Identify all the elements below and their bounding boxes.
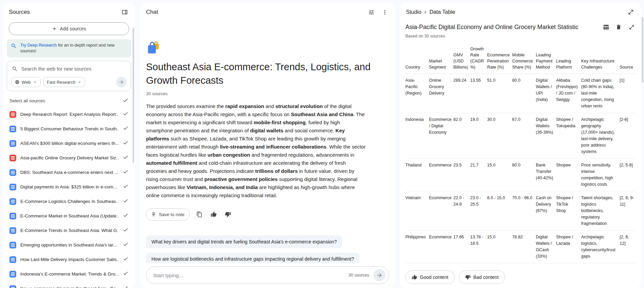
source-list-item[interactable]: Asia-pacific Online Grocery Delivery Mar… bbox=[3, 151, 135, 165]
table-cell: Ecommerce bbox=[429, 191, 453, 231]
source-list-item[interactable]: Key e-commerce drivers in Southeast Asia… bbox=[3, 281, 135, 288]
source-list-item[interactable]: Emerging opportunities in Southeast Asia… bbox=[3, 238, 135, 252]
source-checkbox[interactable] bbox=[123, 154, 128, 161]
chat-settings-icon[interactable] bbox=[367, 8, 376, 17]
thumbs-down-icon[interactable] bbox=[223, 210, 232, 219]
table-cell: [2-6] bbox=[620, 113, 636, 159]
source-list-item[interactable]: Indonesia's E-commerce Market: Trends & … bbox=[3, 267, 135, 281]
table-cell: Shopee / Tokopedia bbox=[556, 113, 581, 159]
column-header: Mobile Commerce Share (%) bbox=[512, 46, 536, 74]
chat-send-button[interactable] bbox=[373, 269, 385, 281]
table-cell: [2, 6, 9-11] bbox=[620, 191, 636, 231]
save-to-note-button[interactable]: Save to note bbox=[146, 208, 190, 220]
table-cell: 51.0 bbox=[487, 74, 512, 113]
table-cell: 80.0 bbox=[512, 159, 536, 191]
collapse-panel-icon[interactable] bbox=[120, 8, 129, 17]
table-view-icon[interactable] bbox=[601, 23, 610, 31]
chat-panel: Chat South bbox=[140, 3, 395, 288]
source-list-item[interactable]: Digital payments in Asia: $325 billion i… bbox=[3, 180, 135, 194]
search-submit-button[interactable] bbox=[116, 77, 127, 87]
select-all-checkbox[interactable] bbox=[122, 97, 128, 104]
check-icon bbox=[123, 111, 128, 116]
check-icon bbox=[123, 270, 128, 276]
good-content-button[interactable]: Good content bbox=[405, 270, 455, 284]
source-checkbox[interactable] bbox=[123, 256, 128, 263]
suggested-question-chip[interactable]: How are logistical bottlenecks and infra… bbox=[146, 253, 359, 263]
deep-research-banner: Try Deep Research for an in-depth report… bbox=[7, 39, 131, 57]
source-doc-icon bbox=[9, 256, 16, 263]
source-checkbox[interactable] bbox=[123, 212, 128, 219]
table-row: PhilippinesEcommerce17.6513.78 - 18.515.… bbox=[405, 231, 636, 263]
table-cell: 70.0 - 96.0 bbox=[512, 191, 536, 231]
source-list-item[interactable]: How Last-Mile Delivery Impacts Customer … bbox=[3, 252, 135, 267]
copy-icon[interactable] bbox=[195, 210, 204, 219]
source-list-item[interactable]: E-Commerce Market in Southeast Asia (Upd… bbox=[3, 209, 135, 223]
source-list-item[interactable]: Deep Research Report: Expert Analysis Re… bbox=[3, 107, 135, 122]
table-cell: 13.78 - 18.5 bbox=[470, 231, 487, 263]
source-doc-icon bbox=[9, 213, 16, 219]
source-list-item[interactable]: ASEAN's $300 billion digital economy ent… bbox=[3, 136, 135, 151]
source-checkbox[interactable] bbox=[123, 140, 128, 147]
bad-content-button[interactable]: Bad content bbox=[459, 270, 505, 284]
source-doc-icon bbox=[9, 242, 16, 248]
delete-icon[interactable] bbox=[614, 23, 623, 31]
source-checkbox[interactable] bbox=[123, 270, 128, 278]
expand-panel-icon[interactable] bbox=[626, 8, 635, 17]
source-checkbox[interactable] bbox=[123, 169, 128, 176]
table-cell: Price sensitivity, intense competition, … bbox=[581, 159, 620, 191]
table-cell: Ecommerce bbox=[429, 159, 453, 191]
window-scrollbar[interactable] bbox=[642, 17, 643, 83]
chevron-down-icon bbox=[33, 80, 37, 84]
research-mode-chip[interactable]: Fast Research bbox=[43, 77, 86, 87]
column-header: Growth Rate (CAGR %) bbox=[470, 46, 487, 74]
source-checkbox[interactable] bbox=[123, 111, 128, 118]
table-cell: 82.0 bbox=[453, 113, 470, 159]
table-cell: 23.5 bbox=[453, 159, 470, 191]
sources-count: 30 sources bbox=[146, 91, 379, 96]
suggested-question-chip[interactable]: What key drivers and digital trends are … bbox=[146, 235, 342, 248]
web-search-input[interactable] bbox=[21, 66, 126, 72]
check-icon bbox=[123, 169, 128, 175]
source-checkbox[interactable] bbox=[123, 183, 128, 190]
chat-input[interactable] bbox=[153, 272, 344, 278]
source-checkbox[interactable] bbox=[123, 285, 128, 288]
thumbs-up-icon bbox=[412, 274, 417, 280]
check-icon bbox=[123, 241, 128, 247]
source-list-item[interactable]: DBS: Southeast Asia e-commerce enters ne… bbox=[3, 165, 135, 180]
web-filter-chip[interactable]: Web bbox=[11, 77, 41, 87]
source-item-label: E-Commerce Logistics Challenges In South… bbox=[20, 199, 119, 204]
thumbs-up-icon[interactable] bbox=[209, 210, 218, 219]
table-cell: Vietnam bbox=[405, 191, 429, 231]
chat-more-icon[interactable] bbox=[380, 8, 389, 17]
source-doc-icon bbox=[9, 126, 16, 132]
sources-scrollbar[interactable] bbox=[133, 28, 134, 163]
table-cell: Ecommerce bbox=[429, 231, 453, 263]
table-cell: Archipelagic geography (17,000+ islands)… bbox=[581, 113, 620, 159]
check-icon bbox=[123, 183, 128, 189]
deep-research-link[interactable]: Try Deep Research bbox=[20, 43, 57, 48]
source-item-label: Deep Research Report: Expert Analysis Re… bbox=[20, 112, 119, 117]
breadcrumb-data-table: Data Table bbox=[429, 9, 455, 15]
source-item-label: ASEAN's $300 billion digital economy ent… bbox=[20, 141, 119, 146]
breadcrumb-studio[interactable]: Studio bbox=[406, 9, 421, 15]
table-title: Asia-Pacific Digital Economy and Online … bbox=[405, 22, 598, 32]
table-cell: 15.0 bbox=[487, 231, 512, 263]
source-item-label: Indonesia's E-commerce Market: Trends & … bbox=[20, 271, 119, 277]
check-icon bbox=[123, 125, 128, 131]
add-sources-button[interactable]: Add sources bbox=[9, 22, 129, 35]
message-actions: Save to note bbox=[146, 208, 379, 220]
check-icon bbox=[123, 256, 128, 262]
source-list-item[interactable]: 5 Biggest Consumer Behaviour Trends in S… bbox=[3, 122, 135, 136]
source-list-item[interactable]: E-Commerce Logistics Challenges In South… bbox=[3, 194, 135, 209]
source-checkbox[interactable] bbox=[123, 198, 128, 205]
table-cell: Shopee / Lazada bbox=[556, 231, 581, 263]
suggested-questions: What key drivers and digital trends are … bbox=[146, 235, 379, 263]
source-list-item[interactable]: E-Commerce Trends in Southeast Asia: Wha… bbox=[3, 223, 135, 238]
open-full-icon[interactable] bbox=[627, 23, 636, 31]
source-doc-icon bbox=[9, 271, 16, 278]
chat-composer[interactable]: 30 sources bbox=[146, 266, 389, 284]
source-checkbox[interactable] bbox=[123, 125, 128, 132]
arrow-right-icon bbox=[118, 79, 124, 85]
source-checkbox[interactable] bbox=[123, 227, 128, 234]
source-checkbox[interactable] bbox=[123, 241, 128, 248]
